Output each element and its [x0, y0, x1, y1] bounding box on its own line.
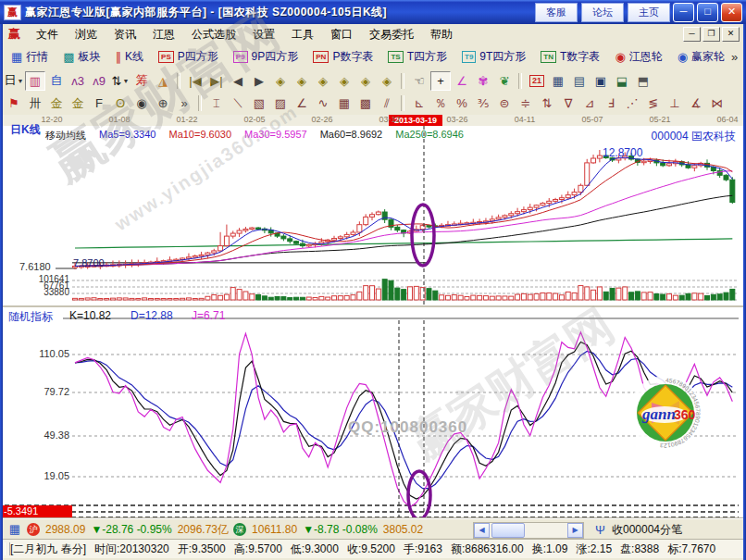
- calendar-icon[interactable]: 21: [527, 71, 547, 91]
- triangle-down-tool-icon[interactable]: ∇: [558, 93, 578, 113]
- circle-dot-tool-icon[interactable]: ◉: [131, 93, 152, 113]
- print-icon[interactable]: ⬒: [633, 71, 653, 91]
- angle-tool-icon[interactable]: ∠: [452, 71, 472, 91]
- fraction-tool-icon[interactable]: ⅗: [473, 93, 493, 113]
- right-angle-tool-icon[interactable]: ⊾: [409, 93, 429, 113]
- maximize-button[interactable]: □: [697, 3, 718, 22]
- menu-item-设置[interactable]: 设置: [244, 25, 283, 44]
- menu-item-窗口[interactable]: 窗口: [322, 25, 361, 44]
- minimize-button[interactable]: ─: [673, 3, 694, 22]
- toolbar-kline-chart[interactable]: ∥K线: [109, 46, 151, 68]
- toolbar-t-square[interactable]: TST四方形: [381, 46, 454, 68]
- tick-feed-label[interactable]: 收000004分笔: [612, 522, 682, 538]
- close-button[interactable]: ✕: [721, 3, 742, 22]
- menu-item-公式选股[interactable]: 公式选股: [183, 25, 244, 44]
- spiral-tool-icon[interactable]: ʘ: [110, 93, 131, 113]
- zoom-diamond-3-icon[interactable]: ◈: [313, 71, 333, 91]
- chip-distribution-icon[interactable]: 筹: [131, 71, 152, 91]
- three-line-chart-icon[interactable]: ʌ3: [68, 71, 88, 91]
- grid-dense-tool-icon[interactable]: ▩: [355, 93, 376, 113]
- toolbar-p-square[interactable]: PSP四方形: [152, 46, 225, 68]
- menu-item-工具[interactable]: 工具: [283, 25, 322, 44]
- last-page-icon[interactable]: ▶|: [206, 71, 227, 91]
- angle-line-tool-icon[interactable]: ∠: [292, 93, 312, 113]
- scroll-left-icon[interactable]: ◀: [228, 71, 248, 91]
- percent-tool-icon[interactable]: %: [452, 93, 472, 113]
- bowtie-tool-icon[interactable]: ⋈: [707, 93, 727, 113]
- zoom-diamond-6-icon[interactable]: ◈: [377, 71, 397, 91]
- pitchfork-tool-icon[interactable]: ⌶: [206, 93, 227, 113]
- geometric-mean-tool-icon[interactable]: ≑: [516, 93, 536, 113]
- grid-small-tool-icon[interactable]: ▦: [334, 93, 354, 113]
- toolbar-p-number-table[interactable]: PNP数字表: [306, 46, 379, 68]
- save-disk-icon[interactable]: ▣: [591, 71, 611, 91]
- zoom-diamond-1-icon[interactable]: ◈: [270, 71, 291, 91]
- ray-lines-tool-icon[interactable]: ⟍: [228, 93, 248, 113]
- menu-item-江恩[interactable]: 江恩: [144, 25, 183, 44]
- toolbar-nine-t-square[interactable]: T99T四方形: [455, 46, 532, 68]
- period-day-selector-icon[interactable]: 日▼: [4, 71, 24, 91]
- zoom-diamond-2-icon[interactable]: ◈: [292, 71, 312, 91]
- box-lines-tool-icon[interactable]: ▧: [249, 93, 269, 113]
- perpendicular-tool-icon[interactable]: ⊥: [665, 93, 685, 113]
- gold-grid-1-icon[interactable]: 金: [46, 93, 67, 113]
- first-page-icon[interactable]: |◀: [185, 71, 205, 91]
- toolbar-gann-wheel[interactable]: ◉江恩轮: [608, 46, 668, 68]
- menu-item-浏览[interactable]: 浏览: [67, 25, 106, 44]
- kline-style-icon[interactable]: ▥: [25, 71, 45, 91]
- calculator-icon[interactable]: ▦: [548, 71, 568, 91]
- colored-triangle-chart-icon[interactable]: ◮: [153, 71, 173, 91]
- mdi-restore-button[interactable]: ❐: [702, 27, 720, 42]
- wheel-small-tool-icon[interactable]: ⊕: [153, 93, 173, 113]
- notebook-icon[interactable]: ▤: [569, 71, 590, 91]
- nine-line-chart-icon[interactable]: ʌ9: [89, 71, 109, 91]
- scrollbar-right-arrow[interactable]: ▶: [567, 523, 583, 538]
- scrollbar-left-arrow[interactable]: ◀: [474, 523, 490, 538]
- knot-tool-icon[interactable]: ❦: [494, 71, 515, 91]
- toolbar-nine-p-square[interactable]: P99P四方形: [227, 46, 305, 68]
- horizontal-scrollbar[interactable]: ◀ ▶: [473, 522, 584, 539]
- toolbar-t-number-table[interactable]: TNT数字表: [534, 46, 606, 68]
- pan-hand-tool-icon[interactable]: ☜: [409, 71, 429, 91]
- scroll-right-icon[interactable]: ▶: [249, 71, 269, 91]
- mdi-minimize-button[interactable]: ─: [683, 27, 701, 42]
- menu-item-交易委托[interactable]: 交易委托: [361, 25, 422, 44]
- scrollbar-thumb[interactable]: [491, 523, 525, 538]
- mdi-close-button[interactable]: ✕: [722, 27, 740, 42]
- percent-lines-tool-icon[interactable]: ％: [430, 93, 451, 113]
- kline-pane[interactable]: 日K线 移动均线 Ma5=9.3340 Ma10=9.6030 Ma30=9.5…: [3, 126, 743, 305]
- custom-indicator-icon[interactable]: 自: [46, 71, 67, 91]
- diag-dots-tool-icon[interactable]: ⋰: [622, 93, 642, 113]
- triangle-tool-icon[interactable]: ⊿: [579, 93, 600, 113]
- toolbar-market-quotes[interactable]: ▦行情: [5, 46, 55, 68]
- title-quick-button-1[interactable]: 客服: [535, 3, 578, 22]
- measured-angle-tool-icon[interactable]: ∡: [686, 93, 706, 113]
- menu-item-资讯[interactable]: 资讯: [106, 25, 144, 44]
- zoom-diamond-4-icon[interactable]: ◈: [334, 71, 354, 91]
- zoom-diamond-5-icon[interactable]: ◈: [355, 71, 376, 91]
- updown-tool-icon[interactable]: ⇅: [537, 93, 557, 113]
- crosshair-tool-icon[interactable]: +: [430, 71, 451, 91]
- data-export-icon[interactable]: ⬓: [612, 71, 632, 91]
- less-greater-tool-icon[interactable]: ≶: [643, 93, 664, 113]
- parallel-lines-tool-icon[interactable]: ⫽: [377, 93, 397, 113]
- gann-grid-icon[interactable]: 卅: [25, 93, 45, 113]
- flower-tool-icon[interactable]: ✾: [473, 71, 493, 91]
- grid-view-icon[interactable]: ▦: [7, 523, 22, 536]
- box-shade-tool-icon[interactable]: ▨: [270, 93, 291, 113]
- toolbar-overflow-icon[interactable]: »: [731, 50, 738, 64]
- candle-type-selector-icon[interactable]: ⇅▼: [110, 71, 131, 91]
- title-quick-button-3[interactable]: 主页: [628, 3, 670, 22]
- golden-circle-tool-icon[interactable]: ⊜: [494, 93, 515, 113]
- menu-item-帮助[interactable]: 帮助: [422, 25, 461, 44]
- turned-f-tool-icon[interactable]: Ⅎ: [601, 93, 621, 113]
- gold-grid-2-icon[interactable]: 金: [68, 93, 88, 113]
- menu-item-文件[interactable]: 文件: [28, 25, 67, 44]
- fibonacci-tool-icon[interactable]: F: [89, 93, 109, 113]
- toolbar-winner-wheel[interactable]: ◉赢家轮: [671, 46, 731, 68]
- flag-marker-icon[interactable]: ⚑: [4, 93, 24, 113]
- more-draw-tools-icon[interactable]: »: [174, 93, 194, 113]
- toolbar-sector-blocks[interactable]: ▩板块: [56, 46, 106, 68]
- title-quick-button-2[interactable]: 论坛: [581, 3, 624, 22]
- wave-line-tool-icon[interactable]: ∿: [313, 93, 333, 113]
